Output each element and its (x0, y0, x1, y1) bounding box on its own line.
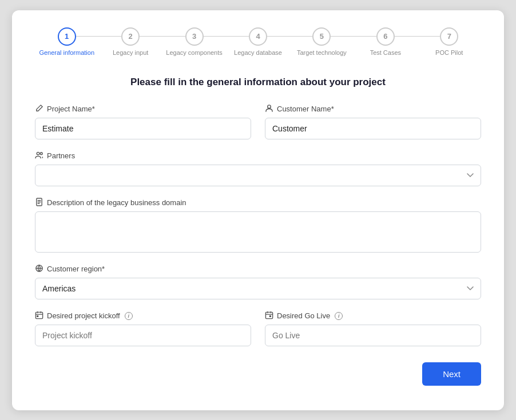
svg-rect-7 (265, 312, 272, 318)
step-item-2: 2Legacy input (98, 27, 162, 56)
go-live-input[interactable] (265, 325, 481, 346)
row-description: Description of the legacy business domai… (35, 198, 481, 253)
customer-name-group: Customer Name* (265, 104, 481, 139)
step-label-4: Legacy database (234, 49, 282, 56)
partners-group: Partners (35, 151, 481, 186)
project-name-label: Project Name* (35, 104, 251, 114)
form-title: Please fill in the general information a… (35, 77, 481, 88)
project-kickoff-group: Desired project kickoff i (35, 311, 251, 346)
step-circle-2[interactable]: 2 (121, 27, 140, 46)
step-item-4: 4Legacy database (226, 27, 289, 56)
description-label: Description of the legacy business domai… (35, 198, 481, 208)
go-live-label: Desired Go Live i (265, 311, 481, 321)
step-circle-1[interactable]: 1 (58, 27, 76, 46)
step-label-2: Legacy input (113, 49, 148, 56)
svg-rect-5 (35, 312, 42, 318)
step-circle-3[interactable]: 3 (185, 27, 204, 46)
main-card: 1General information2Legacy input3Legacy… (12, 10, 504, 410)
step-item-1: 1General information (35, 27, 98, 56)
svg-rect-8 (269, 315, 271, 317)
partners-label: Partners (35, 151, 481, 161)
step-circle-5[interactable]: 5 (312, 27, 331, 46)
step-item-7: 7POC Pilot (418, 27, 481, 56)
row-project-customer: Project Name* Customer Name* (35, 104, 481, 139)
customer-name-input[interactable] (265, 118, 481, 139)
svg-point-0 (268, 105, 271, 108)
customer-region-select[interactable]: Americas Europe Asia Pacific (35, 278, 481, 299)
customer-region-group: Customer region* Americas Europe Asia Pa… (35, 264, 481, 299)
step-circle-4[interactable]: 4 (249, 27, 267, 46)
customer-region-label: Customer region* (35, 264, 481, 274)
description-group: Description of the legacy business domai… (35, 198, 481, 253)
calendar-icon (35, 311, 43, 321)
footer: Next (35, 362, 481, 386)
project-name-group: Project Name* (35, 104, 251, 139)
row-dates: Desired project kickoff i Desired Go Liv… (35, 311, 481, 346)
step-circle-6[interactable]: 6 (376, 27, 395, 46)
user-icon (265, 104, 273, 114)
customer-name-label: Customer Name* (265, 104, 481, 114)
go-live-info-icon: i (335, 312, 343, 320)
step-label-3: Legacy components (166, 49, 222, 56)
project-kickoff-input[interactable] (35, 325, 251, 346)
globe-icon (35, 264, 43, 274)
pencil-icon (35, 104, 43, 114)
svg-point-2 (40, 152, 42, 154)
description-textarea[interactable] (35, 211, 481, 253)
step-label-7: POC Pilot (435, 49, 463, 56)
users-icon (35, 151, 43, 161)
step-label-5: Target technology (297, 49, 347, 56)
step-label-1: General information (39, 49, 94, 56)
step-label-6: Test Cases (370, 49, 401, 56)
partners-select[interactable] (35, 165, 481, 186)
svg-point-1 (37, 152, 39, 155)
svg-rect-6 (37, 315, 38, 317)
step-circle-7[interactable]: 7 (440, 27, 458, 46)
step-item-6: 6Test Cases (354, 27, 417, 56)
document-icon (35, 198, 43, 208)
next-button[interactable]: Next (422, 362, 481, 386)
row-customer-region: Customer region* Americas Europe Asia Pa… (35, 264, 481, 299)
step-item-3: 3Legacy components (162, 27, 226, 56)
project-kickoff-label: Desired project kickoff i (35, 311, 251, 321)
project-kickoff-info-icon: i (125, 312, 133, 320)
row-partners: Partners (35, 151, 481, 186)
go-live-group: Desired Go Live i (265, 311, 481, 346)
step-item-5: 5Target technology (290, 27, 354, 56)
project-name-input[interactable] (35, 118, 251, 139)
stepper: 1General information2Legacy input3Legacy… (35, 27, 481, 56)
calendar-range-icon (265, 311, 273, 321)
